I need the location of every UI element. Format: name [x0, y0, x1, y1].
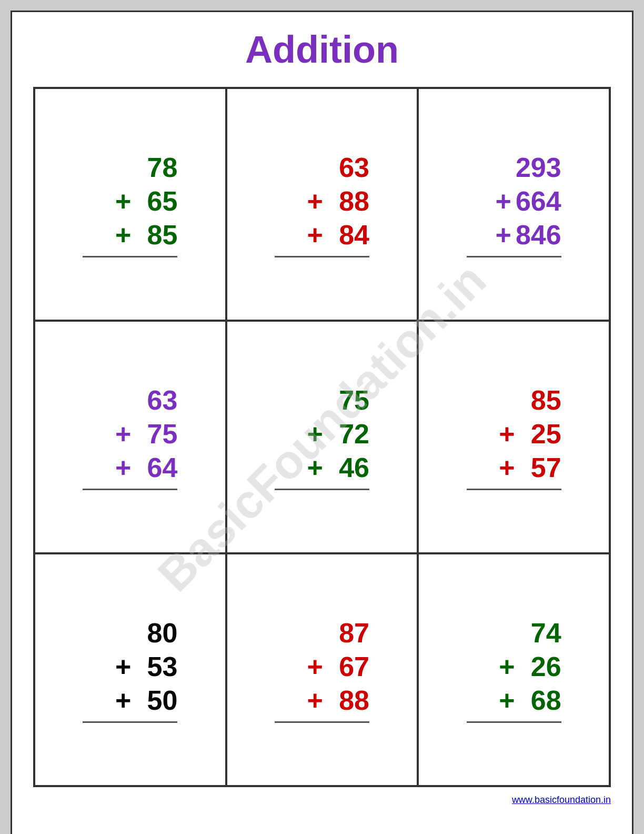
answer-line [467, 256, 561, 257]
num-row-2: +88 [275, 684, 369, 716]
spacer: + [307, 152, 323, 183]
plus-sign: + [307, 185, 323, 217]
operand-number: 63 [135, 384, 177, 416]
operand-number: 85 [519, 384, 561, 416]
operand-number: 664 [516, 185, 561, 217]
num-row-2: +46 [275, 452, 369, 483]
plus-sign: + [115, 452, 131, 483]
operand-number: 50 [135, 684, 177, 716]
spacer: + [307, 617, 323, 649]
operand-number: 75 [327, 384, 369, 416]
problem-grid: +78+65+85+63+88+84+293+664+846+63+75+64+… [33, 87, 611, 787]
answer-line [83, 256, 177, 257]
answer-line [467, 721, 561, 723]
plus-sign: + [496, 219, 511, 251]
plus-sign: + [496, 185, 511, 217]
plus-sign: + [115, 418, 131, 450]
num-row-2: +84 [275, 219, 369, 251]
num-row-0: +78 [83, 152, 177, 183]
operand-number: 78 [135, 152, 177, 183]
footer: www.basicfoundation.in [33, 795, 611, 806]
operand-number: 46 [327, 452, 369, 483]
operand-number: 84 [327, 219, 369, 251]
page-title: Addition [33, 28, 611, 71]
answer-line [467, 489, 561, 490]
operand-number: 53 [135, 651, 177, 682]
operand-number: 75 [135, 418, 177, 450]
spacer: + [499, 384, 515, 416]
answer-line [83, 489, 177, 490]
operand-number: 64 [135, 452, 177, 483]
answer-line [275, 489, 369, 490]
problem-cell-7: +80+53+50 [34, 553, 226, 786]
problem-cell-3: +293+664+846 [418, 88, 610, 321]
spacer: + [115, 617, 131, 649]
plus-sign: + [499, 684, 515, 716]
operand-number: 88 [327, 185, 369, 217]
plus-sign: + [307, 651, 323, 682]
answer-line [83, 721, 177, 723]
num-row-2: +85 [83, 219, 177, 251]
problem-cell-6: +85+25+57 [418, 321, 610, 553]
num-row-0: +80 [83, 617, 177, 649]
operand-number: 26 [519, 651, 561, 682]
plus-sign: + [115, 219, 131, 251]
plus-sign: + [307, 452, 323, 483]
num-row-1: +65 [83, 185, 177, 217]
plus-sign: + [307, 684, 323, 716]
plus-sign: + [115, 651, 131, 682]
plus-sign: + [115, 684, 131, 716]
operand-number: 57 [519, 452, 561, 483]
problem-cell-5: +75+72+46 [226, 321, 418, 553]
problem-cell-1: +78+65+85 [34, 88, 226, 321]
page: Addition +78+65+85+63+88+84+293+664+846+… [11, 11, 633, 834]
num-row-1: +72 [275, 418, 369, 450]
num-row-1: +25 [467, 418, 561, 450]
num-row-0: +75 [275, 384, 369, 416]
operand-number: 72 [327, 418, 369, 450]
problem-cell-8: +87+67+88 [226, 553, 418, 786]
num-row-0: +74 [467, 617, 561, 649]
answer-line [275, 721, 369, 723]
num-row-2: +50 [83, 684, 177, 716]
num-row-1: +88 [275, 185, 369, 217]
num-row-1: +26 [467, 651, 561, 682]
num-row-2: +846 [467, 219, 561, 251]
plus-sign: + [115, 185, 131, 217]
num-row-0: +63 [83, 384, 177, 416]
problem-cell-2: +63+88+84 [226, 88, 418, 321]
spacer: + [115, 384, 131, 416]
plus-sign: + [499, 651, 515, 682]
operand-number: 68 [519, 684, 561, 716]
footer-link[interactable]: www.basicfoundation.in [512, 795, 611, 805]
problem-cell-9: +74+26+68 [418, 553, 610, 786]
operand-number: 65 [135, 185, 177, 217]
num-row-1: +53 [83, 651, 177, 682]
operand-number: 25 [519, 418, 561, 450]
spacer: + [307, 384, 323, 416]
num-row-1: +67 [275, 651, 369, 682]
plus-sign: + [499, 452, 515, 483]
spacer: + [496, 152, 511, 183]
operand-number: 80 [135, 617, 177, 649]
operand-number: 74 [519, 617, 561, 649]
spacer: + [499, 617, 515, 649]
num-row-2: +64 [83, 452, 177, 483]
operand-number: 293 [516, 152, 561, 183]
plus-sign: + [499, 418, 515, 450]
problem-cell-4: +63+75+64 [34, 321, 226, 553]
answer-line [275, 256, 369, 257]
operand-number: 85 [135, 219, 177, 251]
operand-number: 67 [327, 651, 369, 682]
num-row-0: +63 [275, 152, 369, 183]
num-row-1: +75 [83, 418, 177, 450]
num-row-1: +664 [467, 185, 561, 217]
spacer: + [115, 152, 131, 183]
num-row-2: +68 [467, 684, 561, 716]
num-row-0: +293 [467, 152, 561, 183]
operand-number: 63 [327, 152, 369, 183]
operand-number: 87 [327, 617, 369, 649]
plus-sign: + [307, 418, 323, 450]
plus-sign: + [307, 219, 323, 251]
operand-number: 846 [516, 219, 561, 251]
